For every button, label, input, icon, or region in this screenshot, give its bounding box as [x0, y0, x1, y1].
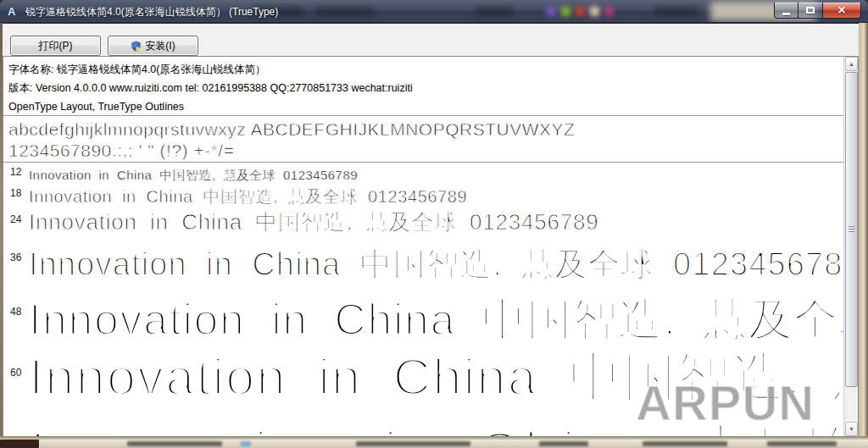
font-info: 字体名称: 锐字逼格锐线体简4.0(原名张海山锐线体简） 版本: Version…	[3, 57, 843, 116]
window-border-right	[859, 23, 868, 440]
point-size-label: 18	[3, 187, 29, 199]
maximize-button[interactable]	[798, 3, 822, 19]
minimize-icon	[782, 13, 790, 15]
scroll-down-button[interactable]: ▼	[845, 422, 858, 436]
background-blur-icon	[547, 7, 556, 16]
close-button[interactable]: ✕	[822, 3, 861, 19]
background-blur-icon	[576, 7, 585, 16]
preview-text: Innovation in China 中国智造, 慧及全球 012345678…	[29, 297, 843, 342]
preview-text: Innovation in China 中国智造, 慧及全球 012345678…	[29, 248, 843, 281]
preview-row-48: 48 Innovation in China 中国智造, 慧及全球 012345…	[3, 281, 843, 342]
font-outline-line: OpenType Layout, TrueType Outlines	[8, 97, 843, 116]
close-icon: ✕	[837, 4, 846, 16]
background-blur-text	[475, 7, 514, 16]
chevron-up-icon: ▲	[849, 61, 854, 67]
point-size-label: 60	[3, 367, 29, 379]
install-button[interactable]: 安装(I)	[108, 36, 198, 56]
background-blur-icon	[590, 7, 599, 16]
background-blur-text	[315, 7, 375, 16]
window-controls: ✕	[774, 3, 861, 19]
preview-row-24: 24 Innovation in China 中国智造, 慧及全球 012345…	[3, 205, 843, 234]
background-blur-icon	[561, 7, 570, 16]
minimize-button[interactable]	[774, 3, 798, 19]
preview-row-18: 18 Innovation in China 中国智造, 慧及全球 012345…	[3, 181, 843, 205]
screen: A 锐字逼格锐线体简4.0(原名张海山锐线体简） (TrueType) ✕ 打印…	[0, 0, 868, 448]
titlebar[interactable]: A 锐字逼格锐线体简4.0(原名张海山锐线体简） (TrueType) ✕	[0, 0, 868, 23]
background-blur-icon	[604, 7, 614, 16]
character-samples: abcdefghijklmnopqrstuvwxyz ABCDEFGHIJKLM…	[8, 119, 843, 161]
window-icon: A	[8, 5, 20, 18]
chevron-down-icon: ▼	[849, 426, 854, 432]
background-blur-text	[767, 441, 837, 446]
print-button[interactable]: 打印(P)	[10, 36, 101, 56]
point-size-label: 12	[3, 166, 29, 178]
point-size-label: 36	[3, 252, 29, 263]
point-size-label: 24	[3, 213, 29, 225]
preview-text: Innovation in China 中国智造, 慧及全球 012345678…	[29, 211, 598, 234]
preview-row-36: 36 Innovation in China 中国智造, 慧及全球 012345…	[3, 234, 843, 281]
scrollbar-grip-icon	[849, 226, 854, 234]
font-version-line: 版本: Version 4.0.0.0 www.ruiziti.com tel:…	[8, 79, 843, 97]
uac-shield-icon	[131, 41, 142, 52]
background-page-strip	[0, 440, 868, 448]
vertical-scrollbar[interactable]: ▲ ▼	[843, 57, 858, 436]
maximize-icon	[806, 7, 815, 14]
font-preview-window: A 锐字逼格锐线体简4.0(原名张海山锐线体简） (TrueType) ✕ 打印…	[0, 0, 868, 448]
font-name-line: 字体名称: 锐字逼格锐线体简4.0(原名张海山锐线体简）	[8, 60, 843, 79]
preview-row-12: 12 Innovation in China 中国智造, 慧及全球 012345…	[3, 163, 843, 181]
background-blur-block	[0, 440, 39, 448]
window-title: 锐字逼格锐线体简4.0(原名张海山锐线体简） (TrueType)	[25, 5, 278, 19]
toolbar: 打印(P) 安装(I)	[3, 24, 859, 56]
watermark: ARPUN	[636, 374, 815, 431]
point-size-label: 48	[3, 306, 29, 318]
background-blur-icon	[241, 441, 251, 446]
scrollbar-thumb[interactable]	[845, 72, 858, 387]
alphabet-sample: abcdefghijklmnopqrstuvwxyz ABCDEFGHIJKLM…	[8, 119, 843, 140]
install-button-label: 安装(I)	[145, 39, 175, 53]
scroll-up-button[interactable]: ▲	[845, 57, 858, 71]
background-blur-text	[356, 441, 470, 446]
background-blur-text	[539, 441, 588, 446]
background-blur-text	[654, 7, 698, 16]
print-button-label: 打印(P)	[39, 39, 73, 53]
digits-sample: 1234567890.:,; ' " (!?) +-*/=	[8, 140, 843, 161]
background-blur-text	[127, 441, 222, 446]
separator	[3, 115, 843, 116]
preview-text: Innovation in China 中国智造, 慧及全球 012345678…	[29, 169, 358, 181]
background-blur-text	[643, 441, 727, 446]
preview-text: Innovation in China 中国智造, 慧及全球 012345678…	[29, 188, 467, 205]
